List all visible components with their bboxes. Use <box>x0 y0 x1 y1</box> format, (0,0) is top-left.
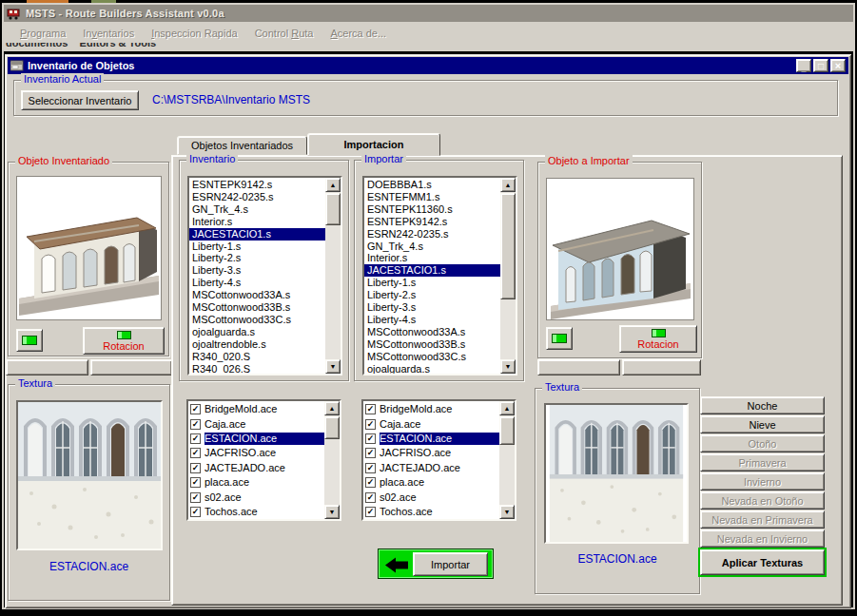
list-item[interactable]: ojoalguarda.s <box>189 326 325 338</box>
list-item[interactable]: Liberty-4.s <box>364 314 500 326</box>
checkbox[interactable]: ✓ <box>365 433 376 444</box>
checkbox[interactable]: ✓ <box>190 477 201 488</box>
list-item[interactable]: JACESTACIO1.s <box>364 264 500 277</box>
preview-toggle-button[interactable] <box>16 329 43 352</box>
texture-item[interactable]: ✓ESTACION.ace <box>363 432 499 446</box>
checkbox[interactable]: ✓ <box>190 507 201 517</box>
list-item[interactable]: MSCottonwood33C.s <box>364 351 500 363</box>
menu-control-ruta[interactable]: Control Ruta <box>246 26 322 41</box>
texture-item[interactable]: ✓JACFRISO.ace <box>363 446 499 460</box>
close-button[interactable]: × <box>830 59 846 72</box>
texture-item[interactable]: ✓s02.ace <box>188 490 324 504</box>
checkbox[interactable]: ✓ <box>190 404 201 414</box>
scroll-up-button[interactable]: ▲ <box>499 401 515 415</box>
season-button-invierno[interactable]: Invierno <box>700 472 825 491</box>
list-item[interactable]: R340_020.S <box>189 351 325 363</box>
season-button-nevada-en-primavera[interactable]: Nevada en Primavera <box>700 510 825 529</box>
season-button-oto-o[interactable]: Otoño <box>700 434 825 452</box>
scroll-down-button[interactable]: ▼ <box>499 505 515 519</box>
menu-programa[interactable]: Programa <box>11 26 74 41</box>
checkbox[interactable]: ✓ <box>365 404 376 414</box>
season-button-nevada-en-oto-o[interactable]: Nevada en Otoño <box>700 491 825 510</box>
texture-item[interactable]: ✓Tochos.ace <box>188 505 324 519</box>
list-item[interactable]: Liberty-2.s <box>189 252 325 264</box>
scroll-down-button[interactable]: ▼ <box>325 359 341 374</box>
importar-texturas-list[interactable]: ✓BridgeMold.ace✓Caja.ace✓ESTACION.ace✓JA… <box>361 399 516 521</box>
list-item[interactable]: Interior.s <box>364 252 500 264</box>
scrollbar[interactable]: ▲ ▼ <box>499 401 515 519</box>
list-item[interactable]: Liberty-4.s <box>189 277 325 289</box>
list-item[interactable]: ESNTEPK9142.s <box>189 179 325 191</box>
scroll-down-button[interactable]: ▼ <box>324 505 340 519</box>
importar-button[interactable]: Importar <box>378 549 494 579</box>
rotacion-button[interactable]: Rotacion <box>619 325 697 353</box>
inventario-listbox[interactable]: ESNTEPK9142.sESRN242-0235.sGN_Trk_4.sInt… <box>187 176 342 375</box>
preview-toggle-button[interactable] <box>546 327 573 350</box>
scroll-down-button[interactable]: ▼ <box>500 359 516 374</box>
scrollbar-thumb[interactable] <box>500 193 516 299</box>
checkbox[interactable]: ✓ <box>365 463 376 473</box>
list-item[interactable]: Liberty-1.s <box>189 241 325 253</box>
texture-item[interactable]: ✓placa.ace <box>363 475 499 490</box>
dialog-titlebar[interactable]: Inventario de Objetos _ □ × <box>8 57 848 74</box>
list-item[interactable]: Interior.s <box>189 216 325 228</box>
scroll-up-button[interactable]: ▲ <box>324 401 340 415</box>
list-item[interactable]: DOEBBBA1.s <box>364 179 500 191</box>
rotacion-button[interactable]: Rotacion <box>83 327 165 355</box>
checkbox[interactable]: ✓ <box>365 419 376 430</box>
texture-item[interactable]: ✓Tochos.ace <box>363 505 499 519</box>
checkbox[interactable]: ✓ <box>365 448 376 458</box>
list-item[interactable]: Liberty-1.s <box>364 277 500 289</box>
texture-item[interactable]: ✓Caja.ace <box>363 416 499 431</box>
seleccionar-inventario-button[interactable]: Seleccionar Inventario <box>21 90 139 110</box>
list-item[interactable]: MSCottonwood33B.s <box>364 338 500 351</box>
checkbox[interactable]: ✓ <box>190 419 201 430</box>
texture-item[interactable]: ✓JACTEJADO.ace <box>363 461 499 475</box>
importar-listbox[interactable]: DOEBBBA1.sESNTEFMM1.sESNTEPK11360.sESNTE… <box>362 176 517 375</box>
inventario-texturas-list[interactable]: ✓BridgeMold.ace✓Caja.ace✓ESTACION.ace✓JA… <box>186 399 341 521</box>
checkbox[interactable]: ✓ <box>190 492 201 503</box>
texture-item[interactable]: ✓BridgeMold.ace <box>363 402 499 416</box>
texture-item[interactable]: ✓JACTEJADO.ace <box>188 461 324 475</box>
list-item[interactable]: ojoaltrendoble.s <box>189 338 325 351</box>
scrollbar-thumb[interactable] <box>325 193 341 225</box>
texture-item[interactable]: ✓JACFRISO.ace <box>188 446 324 460</box>
list-item[interactable]: R340_026.S <box>189 363 325 375</box>
scrollbar-thumb[interactable] <box>324 416 340 439</box>
texture-item[interactable]: ✓placa.ace <box>188 475 324 490</box>
menu-inspeccion-rapida[interactable]: Inspeccion Rapida <box>143 26 246 41</box>
list-item[interactable]: GN_Trk_4.s <box>189 203 325 216</box>
checkbox[interactable]: ✓ <box>190 448 201 458</box>
checkbox[interactable]: ✓ <box>365 507 376 517</box>
checkbox[interactable]: ✓ <box>190 433 201 444</box>
scrollbar[interactable]: ▲ ▼ <box>324 401 340 519</box>
list-item[interactable]: ESRN242-0235.s <box>189 191 325 203</box>
scrollbar[interactable]: ▲ ▼ <box>325 178 341 374</box>
list-item[interactable]: ESNTEPK11360.s <box>364 203 500 216</box>
list-item[interactable]: Liberty-3.s <box>364 301 500 314</box>
list-item[interactable]: MSCottonwood33C.s <box>189 314 325 326</box>
season-button-nieve[interactable]: Nieve <box>700 415 825 433</box>
minimize-button[interactable]: _ <box>796 59 811 72</box>
list-item[interactable]: ESNTEFMM1.s <box>364 191 500 203</box>
texture-item[interactable]: ✓BridgeMold.ace <box>188 402 324 416</box>
season-button-primavera[interactable]: Primavera <box>700 453 825 472</box>
list-item[interactable]: MSCottonwood33A.s <box>189 289 325 301</box>
list-item[interactable]: ojoalguarda.s <box>364 363 500 375</box>
list-item[interactable]: MSCottonwood33A.s <box>364 326 500 338</box>
list-item[interactable]: GN_Trk_4.s <box>364 241 500 253</box>
texture-item[interactable]: ✓s02.ace <box>363 490 499 504</box>
list-item[interactable]: ESNTEPK9142.s <box>364 216 500 228</box>
scrollbar-thumb[interactable] <box>499 416 515 445</box>
list-item[interactable]: ESRN242-0235.s <box>364 228 500 241</box>
texture-item[interactable]: ✓ESTACION.ace <box>188 432 324 446</box>
list-item[interactable]: Liberty-3.s <box>189 264 325 277</box>
maximize-button[interactable]: □ <box>813 59 828 72</box>
menu-inventarios[interactable]: Inventarios <box>74 26 143 41</box>
scroll-up-button[interactable]: ▲ <box>500 178 516 192</box>
scroll-up-button[interactable]: ▲ <box>325 178 341 192</box>
aplicar-texturas-button[interactable]: Aplicar Texturas <box>700 549 825 575</box>
texture-item[interactable]: ✓Caja.ace <box>188 416 324 431</box>
list-item[interactable]: JACESTACIO1.s <box>189 228 325 241</box>
importar-button-face[interactable]: Importar <box>413 552 488 576</box>
